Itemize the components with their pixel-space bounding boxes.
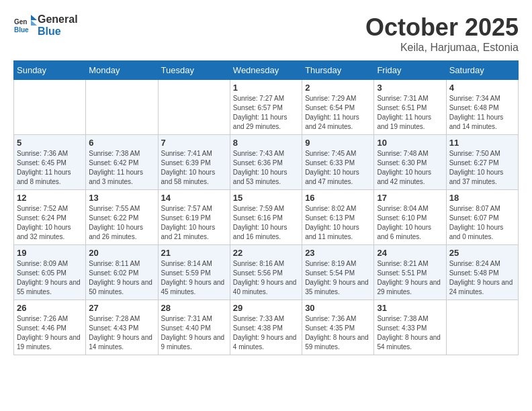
logo-text-general: General xyxy=(38,13,78,25)
weekday-header-sunday: Sunday xyxy=(14,61,86,80)
day-number: 12 xyxy=(17,193,83,203)
calendar-cell: 23Sunrise: 8:19 AM Sunset: 5:54 PM Dayli… xyxy=(302,245,374,300)
calendar-cell: 30Sunrise: 7:36 AM Sunset: 4:35 PM Dayli… xyxy=(302,300,374,355)
day-number: 16 xyxy=(305,193,371,203)
day-info: Sunrise: 7:31 AM Sunset: 6:51 PM Dayligh… xyxy=(377,94,443,132)
calendar-cell: 17Sunrise: 8:04 AM Sunset: 6:10 PM Dayli… xyxy=(374,190,446,245)
day-info: Sunrise: 8:21 AM Sunset: 5:51 PM Dayligh… xyxy=(377,259,443,297)
calendar-table: SundayMondayTuesdayWednesdayThursdayFrid… xyxy=(13,60,519,355)
day-info: Sunrise: 7:50 AM Sunset: 6:27 PM Dayligh… xyxy=(449,149,515,187)
day-number: 11 xyxy=(449,138,515,148)
day-number: 13 xyxy=(89,193,154,203)
day-info: Sunrise: 7:52 AM Sunset: 6:24 PM Dayligh… xyxy=(17,204,83,242)
day-number: 9 xyxy=(305,138,371,148)
calendar-cell xyxy=(158,80,230,135)
calendar-cell: 3Sunrise: 7:31 AM Sunset: 6:51 PM Daylig… xyxy=(374,80,446,135)
day-number: 25 xyxy=(449,248,515,258)
calendar-cell: 7Sunrise: 7:41 AM Sunset: 6:39 PM Daylig… xyxy=(158,135,230,190)
day-number: 29 xyxy=(233,303,299,313)
weekday-header-saturday: Saturday xyxy=(446,61,518,80)
weekday-header-row: SundayMondayTuesdayWednesdayThursdayFrid… xyxy=(14,61,519,80)
day-number: 14 xyxy=(161,193,227,203)
day-info: Sunrise: 7:26 AM Sunset: 4:46 PM Dayligh… xyxy=(17,314,83,352)
day-info: Sunrise: 7:41 AM Sunset: 6:39 PM Dayligh… xyxy=(161,149,227,187)
day-number: 4 xyxy=(449,83,515,93)
day-number: 30 xyxy=(305,303,371,313)
calendar-cell xyxy=(446,300,518,355)
day-info: Sunrise: 7:43 AM Sunset: 6:36 PM Dayligh… xyxy=(233,149,299,187)
day-info: Sunrise: 8:19 AM Sunset: 5:54 PM Dayligh… xyxy=(305,259,371,297)
day-info: Sunrise: 7:55 AM Sunset: 6:22 PM Dayligh… xyxy=(89,204,154,242)
title-area: October 2025 Keila, Harjumaa, Estonia xyxy=(365,13,519,54)
day-info: Sunrise: 7:38 AM Sunset: 4:33 PM Dayligh… xyxy=(377,314,443,352)
day-info: Sunrise: 7:48 AM Sunset: 6:30 PM Dayligh… xyxy=(377,149,443,187)
day-info: Sunrise: 7:36 AM Sunset: 4:35 PM Dayligh… xyxy=(305,314,371,352)
weekday-header-tuesday: Tuesday xyxy=(158,61,230,80)
month-title: October 2025 xyxy=(365,13,519,42)
day-info: Sunrise: 8:24 AM Sunset: 5:48 PM Dayligh… xyxy=(449,259,515,297)
day-number: 3 xyxy=(377,83,443,93)
calendar-cell: 16Sunrise: 8:02 AM Sunset: 6:13 PM Dayli… xyxy=(302,190,374,245)
calendar-cell: 5Sunrise: 7:36 AM Sunset: 6:45 PM Daylig… xyxy=(14,135,86,190)
calendar-cell: 26Sunrise: 7:26 AM Sunset: 4:46 PM Dayli… xyxy=(14,300,86,355)
day-info: Sunrise: 7:36 AM Sunset: 6:45 PM Dayligh… xyxy=(17,149,83,187)
calendar-cell: 14Sunrise: 7:57 AM Sunset: 6:19 PM Dayli… xyxy=(158,190,230,245)
day-number: 17 xyxy=(377,193,443,203)
calendar-cell: 8Sunrise: 7:43 AM Sunset: 6:36 PM Daylig… xyxy=(230,135,302,190)
svg-text:Blue: Blue xyxy=(14,26,29,34)
calendar-cell: 12Sunrise: 7:52 AM Sunset: 6:24 PM Dayli… xyxy=(14,190,86,245)
day-number: 8 xyxy=(233,138,299,148)
week-row-0: 1Sunrise: 7:27 AM Sunset: 6:57 PM Daylig… xyxy=(14,80,519,135)
week-row-2: 12Sunrise: 7:52 AM Sunset: 6:24 PM Dayli… xyxy=(14,190,519,245)
day-info: Sunrise: 8:09 AM Sunset: 6:05 PM Dayligh… xyxy=(17,259,83,297)
calendar-cell: 25Sunrise: 8:24 AM Sunset: 5:48 PM Dayli… xyxy=(446,245,518,300)
calendar-cell: 9Sunrise: 7:45 AM Sunset: 6:33 PM Daylig… xyxy=(302,135,374,190)
day-info: Sunrise: 7:57 AM Sunset: 6:19 PM Dayligh… xyxy=(161,204,227,242)
calendar-cell: 27Sunrise: 7:28 AM Sunset: 4:43 PM Dayli… xyxy=(86,300,158,355)
day-info: Sunrise: 8:14 AM Sunset: 5:59 PM Dayligh… xyxy=(161,259,227,297)
calendar-cell: 1Sunrise: 7:27 AM Sunset: 6:57 PM Daylig… xyxy=(230,80,302,135)
day-info: Sunrise: 7:34 AM Sunset: 6:48 PM Dayligh… xyxy=(449,94,515,132)
day-info: Sunrise: 8:04 AM Sunset: 6:10 PM Dayligh… xyxy=(377,204,443,242)
day-info: Sunrise: 7:27 AM Sunset: 6:57 PM Dayligh… xyxy=(233,94,299,132)
day-info: Sunrise: 7:45 AM Sunset: 6:33 PM Dayligh… xyxy=(305,149,371,187)
calendar-cell: 15Sunrise: 7:59 AM Sunset: 6:16 PM Dayli… xyxy=(230,190,302,245)
calendar-cell: 11Sunrise: 7:50 AM Sunset: 6:27 PM Dayli… xyxy=(446,135,518,190)
day-number: 28 xyxy=(161,303,227,313)
week-row-1: 5Sunrise: 7:36 AM Sunset: 6:45 PM Daylig… xyxy=(14,135,519,190)
calendar-cell: 18Sunrise: 8:07 AM Sunset: 6:07 PM Dayli… xyxy=(446,190,518,245)
day-number: 2 xyxy=(305,83,371,93)
day-number: 1 xyxy=(233,83,299,93)
day-number: 23 xyxy=(305,248,371,258)
week-row-3: 19Sunrise: 8:09 AM Sunset: 6:05 PM Dayli… xyxy=(14,245,519,300)
day-info: Sunrise: 7:31 AM Sunset: 4:40 PM Dayligh… xyxy=(161,314,227,352)
day-info: Sunrise: 7:29 AM Sunset: 6:54 PM Dayligh… xyxy=(305,94,371,132)
week-row-4: 26Sunrise: 7:26 AM Sunset: 4:46 PM Dayli… xyxy=(14,300,519,355)
day-info: Sunrise: 8:16 AM Sunset: 5:56 PM Dayligh… xyxy=(233,259,299,297)
svg-marker-4 xyxy=(31,20,37,26)
day-number: 27 xyxy=(89,303,154,313)
day-number: 20 xyxy=(89,248,154,258)
svg-marker-3 xyxy=(31,15,37,20)
weekday-header-wednesday: Wednesday xyxy=(230,61,302,80)
calendar-cell xyxy=(86,80,158,135)
calendar-cell: 20Sunrise: 8:11 AM Sunset: 6:02 PM Dayli… xyxy=(86,245,158,300)
day-info: Sunrise: 7:59 AM Sunset: 6:16 PM Dayligh… xyxy=(233,204,299,242)
weekday-header-friday: Friday xyxy=(374,61,446,80)
day-info: Sunrise: 7:28 AM Sunset: 4:43 PM Dayligh… xyxy=(89,314,154,352)
logo-icon: Gen Blue xyxy=(13,13,38,38)
day-info: Sunrise: 8:11 AM Sunset: 6:02 PM Dayligh… xyxy=(89,259,154,297)
day-number: 31 xyxy=(377,303,443,313)
calendar-cell: 29Sunrise: 7:33 AM Sunset: 4:38 PM Dayli… xyxy=(230,300,302,355)
day-number: 19 xyxy=(17,248,83,258)
header: Gen Blue General Blue October 2025 Keila… xyxy=(13,13,519,54)
calendar-cell: 28Sunrise: 7:31 AM Sunset: 4:40 PM Dayli… xyxy=(158,300,230,355)
day-info: Sunrise: 8:02 AM Sunset: 6:13 PM Dayligh… xyxy=(305,204,371,242)
calendar-cell: 13Sunrise: 7:55 AM Sunset: 6:22 PM Dayli… xyxy=(86,190,158,245)
calendar-cell: 21Sunrise: 8:14 AM Sunset: 5:59 PM Dayli… xyxy=(158,245,230,300)
day-info: Sunrise: 8:07 AM Sunset: 6:07 PM Dayligh… xyxy=(449,204,515,242)
day-number: 10 xyxy=(377,138,443,148)
day-number: 22 xyxy=(233,248,299,258)
day-number: 26 xyxy=(17,303,83,313)
weekday-header-thursday: Thursday xyxy=(302,61,374,80)
